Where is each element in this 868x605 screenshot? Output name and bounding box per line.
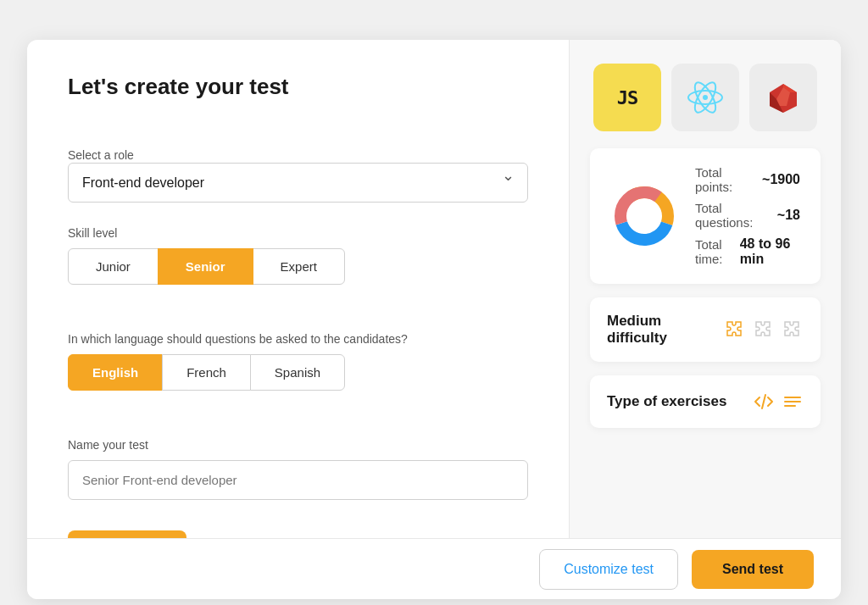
- skill-junior-button[interactable]: Junior: [68, 248, 159, 285]
- total-questions-row: Total questions: ~18: [695, 201, 800, 230]
- total-points-label: Total points:: [695, 165, 762, 194]
- react-icon: [687, 79, 724, 116]
- tech-icons-row: JS: [590, 64, 821, 131]
- react-icon-card: [671, 64, 739, 131]
- page-title: Let's create your test: [68, 74, 528, 100]
- skill-level-group: Junior Senior Expert: [68, 248, 528, 285]
- exercises-section[interactable]: Type of exercises: [590, 375, 821, 428]
- test-name-label: Name your test: [68, 438, 528, 452]
- exercises-icons: [753, 391, 804, 413]
- svg-line-12: [762, 395, 765, 408]
- bottom-bar: Customize test Send test: [27, 538, 841, 599]
- ruby-icon-card: [749, 64, 817, 131]
- lang-spanish-button[interactable]: Spanish: [250, 354, 345, 391]
- total-time-label: Total time:: [695, 237, 740, 266]
- total-points-row: Total points: ~1900: [695, 165, 800, 194]
- puzzle-icon-2: [753, 319, 775, 341]
- total-questions-label: Total questions:: [695, 201, 777, 230]
- lang-english-button[interactable]: English: [68, 354, 163, 391]
- total-questions-value: ~18: [777, 208, 800, 223]
- lang-french-button[interactable]: French: [162, 354, 251, 391]
- skill-senior-button[interactable]: Senior: [158, 248, 253, 285]
- customize-button[interactable]: Customize test: [539, 549, 678, 590]
- js-icon-card: JS: [593, 64, 661, 131]
- test-name-input[interactable]: [68, 460, 528, 500]
- send-test-button[interactable]: Send test: [692, 550, 814, 589]
- puzzle-icon-3: [782, 319, 804, 341]
- role-label: Select a role: [68, 148, 134, 162]
- total-time-value: 48 to 96 min: [740, 236, 800, 267]
- language-group: English French Spanish: [68, 354, 528, 391]
- difficulty-label: Medium difficulty: [607, 313, 724, 347]
- exercises-label: Type of exercises: [607, 393, 726, 410]
- stats-card: Total points: ~1900 Total questions: ~18…: [590, 148, 821, 284]
- skill-level-field: Skill level Junior Senior Expert: [68, 226, 528, 308]
- svg-point-11: [627, 199, 661, 233]
- left-panel: Let's create your test Select a role Fro…: [27, 40, 570, 599]
- code-icon: [753, 391, 775, 413]
- ruby-icon: [766, 80, 800, 114]
- svg-point-3: [703, 95, 708, 100]
- role-select[interactable]: Front-end developer Back-end developer F…: [68, 163, 528, 203]
- right-panel: JS: [570, 40, 841, 599]
- test-name-field: Name your test: [68, 438, 528, 500]
- list-icon: [782, 391, 804, 413]
- donut-chart: [610, 182, 678, 250]
- difficulty-icons: [724, 319, 804, 341]
- main-container: Let's create your test Select a role Fro…: [27, 40, 841, 599]
- role-field: Select a role Front-end developer Back-e…: [68, 147, 528, 203]
- language-field: In which language should questions be as…: [68, 332, 528, 414]
- page-wrapper: Let's create your test Select a role Fro…: [17, 17, 851, 605]
- skill-level-label: Skill level: [68, 226, 528, 240]
- puzzle-icon-1: [724, 319, 746, 341]
- skill-expert-button[interactable]: Expert: [253, 248, 345, 285]
- difficulty-section[interactable]: Medium difficulty: [590, 297, 821, 362]
- total-points-value: ~1900: [762, 172, 800, 187]
- total-time-row: Total time: 48 to 96 min: [695, 236, 800, 267]
- stats-info: Total points: ~1900 Total questions: ~18…: [695, 165, 800, 267]
- language-label: In which language should questions be as…: [68, 332, 528, 346]
